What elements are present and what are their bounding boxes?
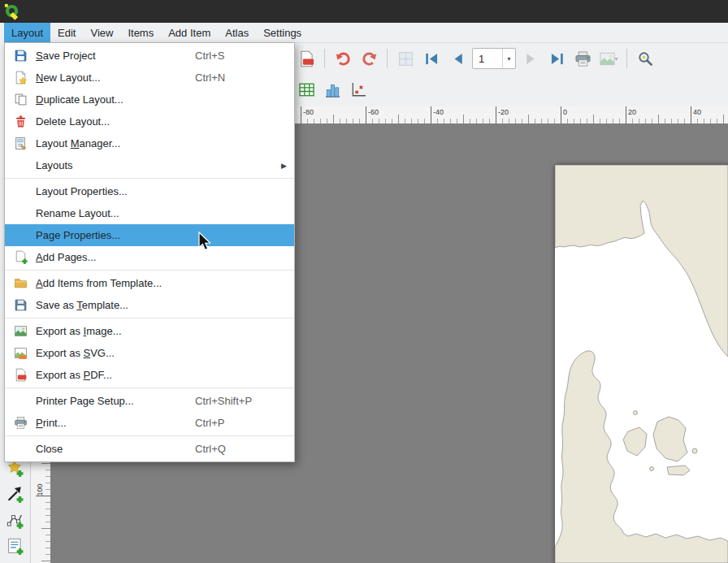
export-atlas-button[interactable]: ▾ xyxy=(597,47,620,70)
menu-item-printer-page-setup[interactable]: Printer Page Setup...Ctrl+Shift+P xyxy=(5,390,294,412)
menu-item-label: New Layout... xyxy=(36,71,195,84)
title-bar xyxy=(0,0,728,23)
menu-separator xyxy=(5,435,294,436)
menu-item-save-as-template[interactable]: Save as Template... xyxy=(5,294,294,316)
export-svg-icon xyxy=(11,345,29,362)
menu-item-label: Layout Manager... xyxy=(36,137,195,149)
atlas-preview-icon xyxy=(397,50,414,67)
save-project-icon xyxy=(11,48,29,64)
menu-item-shortcut: Ctrl+S xyxy=(195,50,289,62)
layout-page[interactable] xyxy=(555,165,728,563)
blank-icon xyxy=(11,441,29,457)
menu-separator xyxy=(5,270,294,271)
menu-separator xyxy=(5,388,294,388)
delete-layout-icon xyxy=(11,114,29,130)
preview-atlas-button[interactable] xyxy=(394,47,417,70)
menu-item-label: Rename Layout... xyxy=(36,207,195,219)
ruler-label: 0 xyxy=(563,108,567,116)
previous-feature-button[interactable] xyxy=(446,47,469,70)
menu-separator xyxy=(5,318,294,318)
menu-item-page-properties[interactable]: Page Properties... xyxy=(5,224,294,246)
menu-item-label: Duplicate Layout... xyxy=(36,93,195,106)
print-icon xyxy=(11,415,29,431)
blank-icon xyxy=(11,206,29,222)
first-feature-button[interactable] xyxy=(420,47,443,70)
menu-item-export-as-svg[interactable]: Export as SVG... xyxy=(5,342,294,364)
menu-item-label: Save Project xyxy=(36,50,195,62)
layout-manager-icon xyxy=(11,136,29,152)
menubar-item-atlas[interactable]: Atlas xyxy=(218,23,256,42)
toolbar-separator xyxy=(626,49,627,68)
print-atlas-button[interactable] xyxy=(571,47,594,70)
menu-item-layouts[interactable]: Layouts▶ xyxy=(5,154,294,176)
qgis-logo-icon xyxy=(3,2,22,21)
menu-item-label: Export as SVG... xyxy=(36,347,195,359)
undo-button[interactable] xyxy=(332,47,354,70)
menu-item-label: Delete Layout... xyxy=(36,115,195,128)
menu-item-layout-manager[interactable]: Layout Manager... xyxy=(5,132,294,154)
submenu-arrow-icon: ▶ xyxy=(281,162,287,170)
atlas-feature-value: 1 xyxy=(473,53,502,65)
export-as-pdf-button[interactable] xyxy=(295,47,318,70)
menubar-item-edit[interactable]: Edit xyxy=(50,23,83,42)
export-atlas-icon xyxy=(599,50,616,67)
histogram-icon xyxy=(324,81,341,98)
layout-menu: Save ProjectCtrl+SNew Layout...Ctrl+NDup… xyxy=(4,42,295,462)
export-pdf-icon xyxy=(298,50,315,67)
last-feature-button[interactable] xyxy=(545,47,568,70)
menu-item-duplicate-layout[interactable]: Duplicate Layout... xyxy=(5,89,294,110)
menubar-item-settings[interactable]: Settings xyxy=(256,23,309,42)
menu-item-new-layout[interactable]: New Layout...Ctrl+N xyxy=(5,67,294,89)
ruler-tick xyxy=(626,106,626,123)
menu-item-label: Close xyxy=(36,443,195,455)
ruler-tick xyxy=(301,106,301,123)
atlas-settings-button[interactable] xyxy=(634,47,656,70)
menu-item-print[interactable]: Print...Ctrl+P xyxy=(5,412,294,434)
menu-item-label: Layouts xyxy=(36,159,195,171)
add-html-button[interactable] xyxy=(4,535,26,557)
menu-item-label: Save as Template... xyxy=(36,299,195,311)
menubar-item-items[interactable]: Items xyxy=(120,23,161,42)
menu-item-delete-layout[interactable]: Delete Layout... xyxy=(5,110,294,132)
menu-item-add-pages[interactable]: Add Pages... xyxy=(5,246,294,268)
histogram-button[interactable] xyxy=(321,78,344,101)
add-node-item-icon xyxy=(6,512,24,529)
menu-item-label: Printer Page Setup... xyxy=(36,395,195,407)
next-feature-icon xyxy=(522,50,540,67)
ruler-tick xyxy=(431,106,431,123)
next-feature-button[interactable] xyxy=(519,47,542,70)
menu-item-label: Add Items from Template... xyxy=(36,277,195,289)
chevron-down-icon[interactable]: ▾ xyxy=(502,49,515,68)
redo-button[interactable] xyxy=(358,47,380,70)
table-button[interactable] xyxy=(295,78,318,101)
menubar: LayoutEditViewItemsAdd ItemAtlasSettings xyxy=(0,23,728,43)
menu-separator xyxy=(5,178,294,179)
menubar-item-view[interactable]: View xyxy=(83,23,120,42)
menu-item-shortcut: Ctrl+Q xyxy=(195,443,289,455)
add-node-item-button[interactable] xyxy=(4,509,26,531)
menu-item-layout-properties[interactable]: Layout Properties... xyxy=(5,180,294,202)
scatter-plot-button[interactable] xyxy=(347,78,370,101)
add-template-icon xyxy=(11,275,29,292)
ruler-tick xyxy=(366,106,366,123)
blank-icon xyxy=(11,184,29,200)
menu-item-export-as-image[interactable]: Export as Image... xyxy=(5,320,294,342)
menu-item-save-project[interactable]: Save ProjectCtrl+S xyxy=(5,45,294,67)
ruler-label: 20 xyxy=(628,108,636,116)
menu-item-label: Export as PDF... xyxy=(36,369,195,381)
menubar-item-add-item[interactable]: Add Item xyxy=(161,23,218,42)
ruler-label: -60 xyxy=(368,108,379,116)
ruler-label: -80 xyxy=(303,108,314,116)
menubar-item-layout[interactable]: Layout xyxy=(4,23,50,42)
menu-item-label: Export as Image... xyxy=(36,325,195,337)
atlas-feature-combo[interactable]: 1▾ xyxy=(472,48,516,69)
menu-item-close[interactable]: CloseCtrl+Q xyxy=(5,438,294,460)
menu-item-export-as-pdf[interactable]: Export as PDF... xyxy=(5,364,294,386)
add-arrow-button[interactable] xyxy=(4,483,26,505)
menu-item-shortcut: Ctrl+P xyxy=(195,417,289,429)
ruler-tick xyxy=(496,106,496,123)
add-arrow-icon xyxy=(6,486,24,503)
menu-item-rename-layout[interactable]: Rename Layout... xyxy=(5,202,294,224)
export-image-icon xyxy=(11,323,29,340)
menu-item-add-items-from-template[interactable]: Add Items from Template... xyxy=(5,272,294,294)
